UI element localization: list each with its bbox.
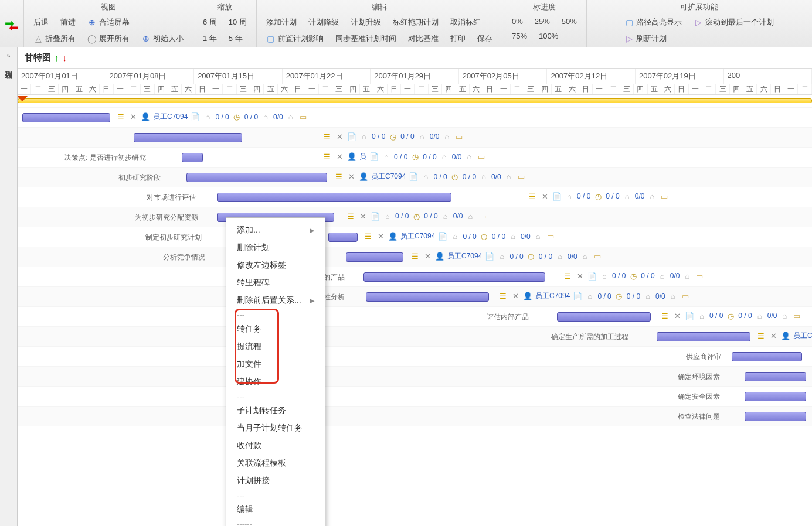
wrench-icon[interactable]: ✕ [376,232,385,241]
clock-icon[interactable]: ◷ [726,311,735,320]
home-icon[interactable]: ⌂ [668,292,678,301]
clock-icon[interactable]: ◷ [628,271,638,281]
ctx-build-collab[interactable]: 建协作 [226,373,325,391]
clock-icon[interactable]: ◷ [232,112,242,122]
home-icon[interactable]: ⌂ [450,232,460,241]
home-icon[interactable]: ⌂ [755,311,765,320]
home-icon[interactable]: ⌂ [479,172,488,182]
sync-baseline-button[interactable]: 同步基准计划时间 [329,30,402,47]
doc-icon[interactable]: 📄 [573,292,582,301]
home-icon[interactable]: ⌂ [441,211,450,221]
employee-link[interactable]: 员工C7094 [153,112,188,122]
home-icon[interactable]: ⌂ [383,211,392,221]
path-highlight-button[interactable]: ▢路径高亮显示 [619,14,688,30]
gantt-bar[interactable] [732,352,802,361]
zoom-10w-button[interactable]: 10 周 [223,14,253,30]
person-icon[interactable]: 👤 [435,252,444,261]
wrench-icon[interactable]: ✕ [128,112,138,122]
add-plan-button[interactable]: 添加计划 [260,14,303,30]
clock-icon[interactable]: ◷ [526,252,536,261]
home-icon[interactable]: ⌂ [497,252,507,261]
wrench-icon[interactable]: ✕ [346,172,356,182]
wrench-icon[interactable]: ✕ [511,292,520,301]
ctx-plan-splice[interactable]: 计划拼接 [226,472,325,490]
zoom-5y-button[interactable]: 5 年 [223,30,249,47]
note-icon[interactable]: ▭ [792,311,801,320]
lines-icon[interactable]: ☰ [322,152,332,162]
today-marker[interactable] [18,98,812,103]
fit-screen-button[interactable]: ⊕合适屏幕 [81,14,135,30]
home-icon[interactable]: ⌂ [658,271,667,281]
employee-link[interactable]: 员 [359,152,366,162]
lines-icon[interactable]: ☰ [756,332,766,341]
person-icon[interactable]: 👤 [523,292,532,301]
gantt-bar[interactable] [134,133,242,142]
gantt-bar[interactable] [745,392,806,401]
home-icon[interactable]: ⌂ [534,232,543,241]
demote-button[interactable]: 计划降级 [303,14,345,30]
home-icon[interactable]: ⌂ [359,132,369,141]
note-icon[interactable]: ▭ [517,172,526,182]
expand-all-button[interactable]: ◯展开所有 [81,30,135,47]
note-icon[interactable]: ▭ [681,292,690,301]
home-icon[interactable]: ⌂ [203,112,212,122]
clock-icon[interactable]: ◷ [480,232,489,241]
home-icon[interactable]: ⌂ [682,271,692,281]
lines-icon[interactable]: ☰ [410,252,420,261]
refresh-plan-button[interactable]: ▷刷新计划 [619,30,672,47]
ctx-delete-dep[interactable]: 删除前后置关系...▶ [226,292,325,309]
progress-75-button[interactable]: 75% [506,29,533,43]
gantt-bar[interactable] [363,272,545,282]
employee-link[interactable]: 员工C7094 [535,291,570,301]
doc-icon[interactable]: 📄 [409,172,418,182]
doc-icon[interactable]: 📄 [369,152,379,162]
progress-0-button[interactable]: 0% [506,14,529,29]
doc-icon[interactable]: 📄 [347,132,356,141]
clock-icon[interactable]: ◷ [450,172,460,182]
gantt-bar[interactable] [745,372,806,381]
ctx-link-tpl[interactable]: 关联流程模板 [226,455,325,472]
home-icon[interactable]: ⌂ [464,152,474,162]
back-button[interactable]: 后退 [28,14,55,30]
doc-icon[interactable]: 📄 [552,192,562,201]
doc-icon[interactable]: 📄 [371,211,380,221]
home-icon[interactable]: ⌂ [780,311,789,320]
person-icon[interactable]: 👤 [359,172,368,182]
gantt-bar[interactable] [366,292,489,302]
home-icon[interactable]: ⌂ [643,292,653,301]
doc-icon[interactable]: 📄 [191,112,200,122]
home-icon[interactable]: ⌂ [580,252,590,261]
home-icon[interactable]: ⌂ [417,132,427,141]
promote-button[interactable]: 计划升级 [345,14,387,30]
clock-icon[interactable]: ◷ [412,211,421,221]
compare-baseline-button[interactable]: 对比基准 [402,30,444,47]
note-icon[interactable]: ▭ [546,232,555,241]
wrench-icon[interactable]: ✕ [540,192,549,201]
cancel-mark-button[interactable]: 取消标红 [444,14,487,30]
home-icon[interactable]: ⌂ [508,232,518,241]
wrench-icon[interactable]: ✕ [769,332,778,341]
note-icon[interactable]: ▭ [695,271,704,281]
ctx-sub-to-task[interactable]: 子计划转任务 [226,402,325,419]
home-icon[interactable]: ⌂ [382,152,391,162]
swap-icon-button[interactable]: ➡⬅ [4,3,20,44]
doc-icon[interactable]: 📄 [485,252,494,261]
note-icon[interactable]: ▭ [298,112,308,122]
home-icon[interactable]: ⌂ [442,132,451,141]
lines-icon[interactable]: ☰ [528,192,537,201]
zoom-6w-button[interactable]: 6 周 [197,14,223,30]
home-icon[interactable]: ⌂ [440,152,449,162]
pre-effect-button[interactable]: ▢前置计划影响 [260,30,329,47]
wrench-icon[interactable]: ✕ [335,152,344,162]
note-icon[interactable]: ▭ [660,192,669,201]
wrench-icon[interactable]: ✕ [575,271,585,281]
gantt-bar[interactable] [22,113,110,122]
note-icon[interactable]: ▭ [477,152,486,162]
progress-100-button[interactable]: 100% [533,29,564,43]
home-icon[interactable]: ⌂ [565,192,574,201]
sidebar-expand-button[interactable]: » [6,52,10,59]
person-icon[interactable]: 👤 [781,332,790,341]
home-icon[interactable]: ⌂ [647,192,657,201]
gantt-bar[interactable] [745,412,806,421]
doc-icon[interactable]: 📄 [587,271,597,281]
